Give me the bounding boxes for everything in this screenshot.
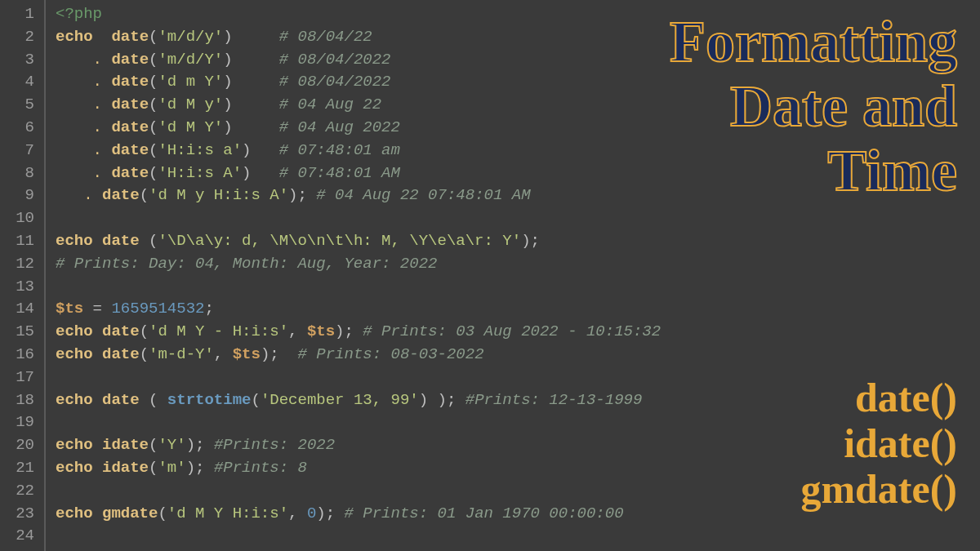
func-date: date (102, 345, 140, 363)
string: 'December 13, 99' (261, 391, 419, 409)
comment: #Prints: 12-13-1999 (466, 391, 643, 409)
line-number: 10 (0, 207, 44, 230)
keyword-echo: echo (56, 28, 93, 46)
concat-dot: . (93, 73, 112, 91)
paren: ); (186, 436, 205, 454)
paren: ( (140, 322, 149, 340)
string: 'd M Y' (158, 118, 223, 136)
paren: ( (149, 164, 158, 182)
code-line: echo date('d M Y - H:i:s', $ts); # Print… (56, 321, 980, 344)
comment: # Prints: 08-03-2022 (298, 345, 484, 363)
line-number: 19 (0, 411, 44, 434)
equals: = (83, 300, 111, 318)
string: 'd M Y - H:i:s' (149, 322, 288, 340)
string: 'm-d-Y' (149, 345, 214, 363)
func-date: date (111, 73, 149, 91)
line-number-gutter: 1 2 3 4 5 6 7 8 9 10 11 12 13 14 15 16 1… (0, 0, 44, 551)
line-number: 24 (0, 525, 44, 548)
paren: ( (158, 504, 167, 522)
paren: ); (335, 322, 354, 340)
paren: ); (261, 345, 279, 363)
space (93, 436, 102, 454)
string: 'd M Y H:i:s' (167, 504, 288, 522)
line-number: 22 (0, 480, 44, 503)
paren: ( (149, 28, 158, 46)
space (93, 322, 102, 340)
line-number: 20 (0, 434, 44, 457)
line-number: 15 (0, 321, 44, 344)
func-gmdate: gmdate (102, 504, 158, 522)
space (456, 391, 465, 409)
line-number: 21 (0, 457, 44, 480)
func-date: date (102, 186, 140, 204)
line-number: 17 (0, 367, 44, 389)
paren: ( (149, 232, 158, 250)
comment: # 07:48:01 am (279, 141, 400, 159)
title-line: Date and (670, 74, 957, 139)
paren: ( (140, 186, 149, 204)
string: 'm' (158, 459, 185, 477)
space (279, 345, 298, 363)
space (140, 232, 149, 250)
line-number: 3 (0, 49, 44, 72)
number: 0 (307, 504, 316, 522)
slide-title: Formatting Date and Time (670, 10, 957, 204)
function-name: gmdate() (800, 466, 957, 512)
comment: #Prints: 2022 (214, 436, 335, 454)
func-date: date (102, 322, 140, 340)
paren: ( (149, 459, 158, 477)
line-number: 9 (0, 184, 44, 207)
indent (56, 141, 93, 159)
line-number: 11 (0, 230, 44, 253)
string: 'd M y H:i:s A' (149, 186, 288, 204)
comment: # Prints: 01 Jan 1970 00:00:00 (345, 504, 624, 522)
line-number: 7 (0, 140, 44, 162)
comment: # 04 Aug 22 (279, 96, 381, 113)
line-number: 14 (0, 298, 44, 321)
paren: ( (140, 345, 149, 363)
space (251, 141, 278, 159)
php-open-tag: <?php (56, 5, 102, 23)
variable: $ts (307, 322, 335, 340)
title-line: Formatting (670, 10, 957, 74)
space (93, 391, 102, 409)
line-number: 1 (0, 3, 44, 26)
comma: , (214, 345, 233, 363)
comma: , (288, 504, 307, 522)
line-number: 12 (0, 253, 44, 276)
code-line: echo date ('\D\a\y: d, \M\o\n\t\h: M, \Y… (56, 230, 980, 253)
string: 'm/d/Y' (158, 51, 223, 69)
indent (56, 118, 93, 136)
func-date: date (111, 51, 149, 69)
line-number: 16 (0, 344, 44, 367)
function-name: date() (800, 375, 957, 420)
string: '\D\a\y: d, \M\o\n\t\h: M, \Y\e\a\r: Y' (158, 232, 521, 250)
indent (56, 186, 83, 204)
string: 'd M y' (158, 96, 223, 113)
concat-dot: . (93, 141, 112, 159)
title-line: Time (670, 139, 957, 203)
paren: ) ); (419, 391, 457, 409)
string: 'd m Y' (158, 73, 223, 91)
comment: # 08/04/2022 (279, 73, 391, 91)
comment: # 08/04/22 (279, 28, 372, 46)
keyword-echo: echo (56, 459, 93, 477)
keyword-echo: echo (56, 436, 93, 454)
string: 'H:i:s A' (158, 164, 242, 182)
space (93, 459, 102, 477)
space (204, 459, 213, 477)
concat-dot: . (93, 164, 112, 182)
line-number: 13 (0, 276, 44, 299)
comment: # 04 Aug 22 07:48:01 AM (316, 186, 530, 204)
func-date: date (111, 141, 149, 159)
paren: ); (186, 459, 205, 477)
code-line: echo date('m-d-Y', $ts); # Prints: 08-03… (56, 344, 980, 367)
space (204, 436, 213, 454)
paren: ) (223, 28, 232, 46)
comma: , (288, 322, 307, 340)
keyword-echo: echo (56, 232, 93, 250)
code-line-blank (56, 276, 980, 299)
indent (56, 73, 93, 91)
func-date: date (111, 28, 149, 46)
variable: $ts (233, 345, 261, 363)
